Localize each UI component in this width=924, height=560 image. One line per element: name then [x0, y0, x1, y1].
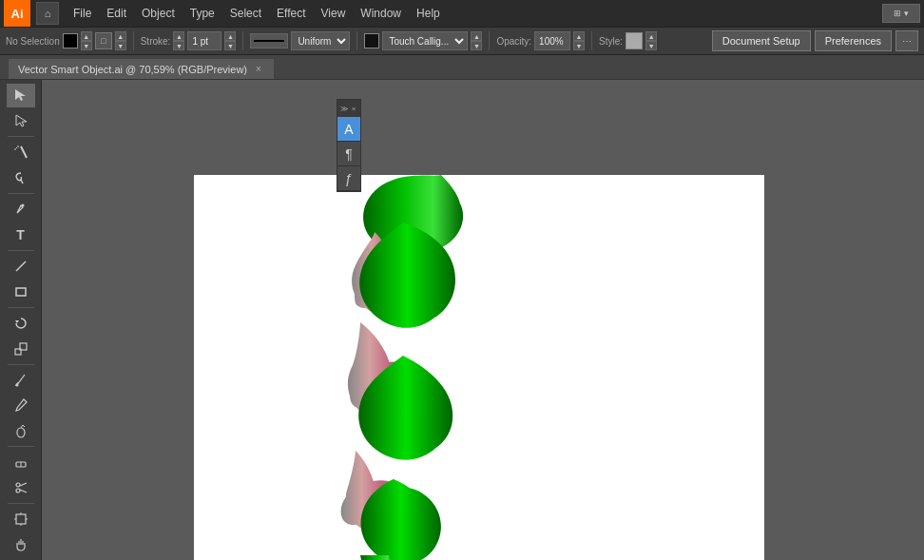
menu-view[interactable]: View — [315, 3, 353, 24]
sep2 — [242, 31, 243, 50]
selection-tool-btn[interactable] — [7, 84, 35, 107]
brush-section: Touch Callig... ▲ ▼ — [364, 31, 482, 50]
tab-bar: Vector Smart Object.ai @ 70,59% (RGB/Pre… — [0, 55, 924, 80]
tool-sep-7 — [8, 503, 34, 504]
home-button[interactable]: ⌂ — [36, 2, 59, 25]
opacity-stepper: ▲ ▼ — [573, 31, 585, 50]
svg-line-4 — [21, 180, 23, 183]
menu-file[interactable]: File — [67, 3, 98, 24]
scale-tool-btn[interactable] — [7, 337, 35, 360]
direct-selection-tool-btn[interactable] — [7, 109, 35, 133]
brush-up[interactable]: ▲ — [471, 31, 482, 41]
rectangle-tool-btn[interactable] — [7, 280, 35, 303]
paragraph-panel-icon[interactable]: ¶ — [337, 142, 360, 166]
stroke-value-input[interactable] — [187, 31, 221, 50]
eraser-tool-btn[interactable] — [7, 451, 35, 474]
fill-color[interactable] — [63, 33, 78, 48]
stroke-val-down[interactable]: ▼ — [173, 41, 184, 50]
menu-type[interactable]: Type — [183, 3, 221, 24]
sep5 — [591, 31, 592, 50]
stroke-swatch-stepper: ▲ ▼ — [115, 31, 126, 50]
fill-down[interactable]: ▼ — [81, 41, 92, 50]
type-tool-btn[interactable]: T — [7, 222, 35, 246]
menu-object[interactable]: Object — [135, 3, 182, 24]
menu-bar: Ai ⌂ File Edit Object Type Select Effect… — [0, 0, 924, 27]
panel-close-btn[interactable]: × — [350, 104, 357, 113]
ribbon-graphic — [298, 175, 508, 560]
tool-sep-5 — [8, 364, 34, 365]
artboard-tool-btn[interactable] — [7, 508, 35, 531]
stroke-line-preview[interactable] — [250, 33, 288, 48]
stroke-options[interactable]: □ — [95, 32, 112, 49]
brush-select[interactable]: Touch Callig... — [382, 31, 468, 50]
tab-close-button[interactable]: × — [253, 64, 264, 75]
svg-point-16 — [16, 489, 20, 492]
app-logo: Ai — [4, 0, 30, 27]
svg-marker-8 — [15, 320, 19, 323]
dash-section: Uniform — [250, 31, 350, 50]
brush-down[interactable]: ▼ — [471, 41, 482, 50]
fill-up[interactable]: ▲ — [81, 31, 92, 41]
sep1 — [133, 31, 134, 50]
stroke-unit-stepper: ▲ ▼ — [224, 31, 236, 50]
svg-line-18 — [20, 490, 27, 492]
style-down[interactable]: ▼ — [645, 41, 657, 50]
stroke-up[interactable]: ▲ — [115, 31, 126, 41]
stroke-val-up[interactable]: ▲ — [173, 31, 184, 41]
tool-sep-6 — [8, 446, 34, 447]
style-up[interactable]: ▲ — [645, 31, 657, 41]
type-panel-icon[interactable]: A — [337, 117, 360, 142]
tool-sep-3 — [8, 250, 34, 251]
brush-stepper: ▲ ▼ — [471, 31, 482, 50]
style-section: Style: ▲ ▼ — [599, 31, 657, 50]
canvas-area[interactable]: ≫ × A ¶ ƒ — [42, 80, 924, 560]
opacity-section: Opacity: ▲ ▼ — [496, 31, 585, 50]
preferences-button[interactable]: Preferences — [815, 30, 892, 51]
stroke-type-select[interactable]: Uniform — [291, 31, 350, 50]
opacity-input[interactable] — [534, 31, 570, 50]
panel-expand-btn[interactable]: ≫ — [340, 104, 348, 113]
paintbrush-tool-btn[interactable] — [7, 369, 35, 393]
svg-line-6 — [16, 261, 26, 271]
svg-point-11 — [15, 383, 18, 386]
rotate-tool-btn[interactable] — [7, 312, 35, 336]
extra-options[interactable]: ⋯ — [895, 30, 918, 51]
svg-line-17 — [20, 483, 27, 486]
svg-line-0 — [21, 146, 27, 158]
svg-rect-7 — [16, 288, 26, 296]
line-tool-btn[interactable] — [7, 255, 35, 279]
lasso-tool-btn[interactable] — [7, 165, 35, 189]
tool-sep-1 — [8, 136, 34, 137]
document-tab[interactable]: Vector Smart Object.ai @ 70,59% (RGB/Pre… — [8, 58, 275, 79]
options-bar: No Selection ▲ ▼ □ ▲ ▼ Stroke: ▲ ▼ ▲ ▼ U… — [0, 27, 924, 55]
svg-rect-19 — [16, 514, 26, 524]
brush-color[interactable] — [364, 33, 379, 48]
style-stepper: ▲ ▼ — [645, 31, 657, 50]
selection-label: No Selection — [6, 36, 60, 47]
menu-edit[interactable]: Edit — [100, 3, 133, 24]
svg-point-12 — [17, 428, 25, 437]
pen-tool-btn[interactable] — [7, 198, 35, 222]
blob-brush-tool-btn[interactable] — [7, 419, 35, 443]
tool-sep-4 — [8, 307, 34, 308]
opacity-down[interactable]: ▼ — [573, 41, 585, 50]
stroke-unit-down[interactable]: ▼ — [224, 41, 236, 50]
stroke-down[interactable]: ▼ — [115, 41, 126, 50]
menu-window[interactable]: Window — [354, 3, 408, 24]
hand-tool-btn[interactable] — [7, 533, 35, 557]
pencil-tool-btn[interactable] — [7, 394, 35, 417]
workspace-switcher[interactable]: ⊞ ▾ — [882, 4, 920, 23]
menu-effect[interactable]: Effect — [270, 3, 312, 24]
menu-select[interactable]: Select — [223, 3, 268, 24]
opacity-up[interactable]: ▲ — [573, 31, 585, 41]
style-swatch[interactable] — [626, 32, 643, 49]
float-panel: ≫ × A ¶ ƒ — [337, 99, 361, 192]
doc-setup-button[interactable]: Document Setup — [712, 30, 811, 51]
opentype-panel-icon[interactable]: ƒ — [337, 166, 360, 191]
magic-wand-tool-btn[interactable] — [7, 141, 35, 164]
scissors-tool-btn[interactable] — [7, 476, 35, 500]
sep4 — [489, 31, 490, 50]
svg-line-3 — [16, 147, 17, 148]
menu-help[interactable]: Help — [410, 3, 447, 24]
stroke-unit-up[interactable]: ▲ — [224, 31, 236, 41]
